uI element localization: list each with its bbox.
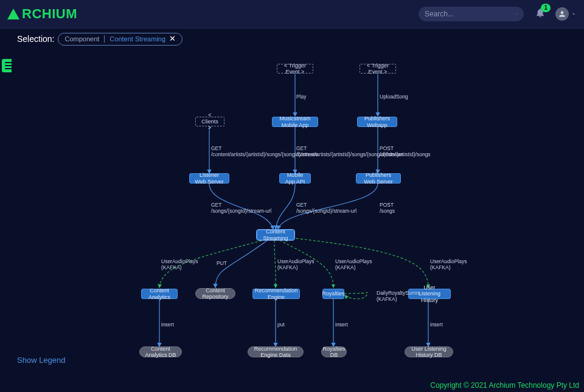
diagram-canvas[interactable]: < Trigger Event > < Trigger Event > < Cl… [12,49,584,371]
edge-label: UserAudioPlays (KAFKA) [430,258,467,270]
node-publishers-webapp[interactable]: Publishers Webapp [357,117,397,127]
notifications-badge: 1 [541,4,551,12]
node-user-listening-history-db[interactable]: User Listening History DB [405,346,453,357]
search-icon [516,10,518,18]
node-clients[interactable]: < Clients > [195,117,224,126]
edge-label: put [277,322,285,328]
show-legend-link[interactable]: Show Legend [17,356,66,365]
topbar: RCHIUM 1 [0,0,584,29]
edge-label: UserAudioPlays (KAFKA) [277,258,314,270]
chevron-down-icon[interactable] [571,11,577,17]
logo-triangle-icon [7,9,19,19]
edge-label: insert [161,322,174,328]
edge-label: Play [296,94,307,100]
node-mobile-app-api[interactable]: Mobile App API [279,173,311,184]
search-input[interactable] [425,10,516,18]
node-trigger-event-1[interactable]: < Trigger Event > [277,64,313,74]
edge-label: GET /songs/{songId}/stream-url [211,202,271,214]
edge-label: UserAudioPlays (KAFKA) [335,258,372,270]
edge-label: POST /songs [380,202,395,214]
node-content-analytics-db[interactable]: Content Analytics DB [139,346,182,357]
edge-label: UploadSong [380,94,408,100]
edge-label: PUT [217,260,227,266]
search-box[interactable] [419,7,524,21]
node-content-repository[interactable]: Content Repository [195,288,235,299]
logo[interactable]: RCHIUM [7,6,77,22]
close-icon[interactable]: ✕ [169,34,176,43]
edge-label: POST /artists/{artistId}/songs [380,145,431,157]
node-royalties[interactable]: Royalties [322,289,344,299]
selection-chip-name: Content Streaming [109,35,165,43]
selection-chip[interactable]: Component Content Streaming ✕ [58,33,182,46]
node-royalties-db[interactable]: Royalties DB [321,346,347,357]
selection-chip-type: Component [64,35,105,43]
notifications-button[interactable]: 1 [535,7,546,21]
node-musicstream-mobile-app[interactable]: Musicstream Mobile App [272,117,318,127]
node-recommendation-engine[interactable]: Recommendation Engine [252,289,300,299]
logo-text: RCHIUM [22,6,77,22]
node-content-streaming[interactable]: Content Streaming [257,230,294,240]
selection-label: Selection: [17,34,54,44]
node-content-analytics[interactable]: Content Analytics [141,289,178,299]
footer-copyright: Copyright © 2021 Archium Technology Pty … [430,381,579,390]
avatar[interactable] [555,7,569,21]
node-publishers-web-server[interactable]: Publishers Web Server [356,173,401,184]
edge-label: insert [430,322,443,328]
node-listener-web-server[interactable]: Listener Web Server [189,173,229,184]
selection-bar: Selection: Component Content Streaming ✕ [0,29,584,49]
edge-label: DailyRoyaltySumm (KAFKA) [377,290,420,302]
edge-label: UserAudioPlays (KAFKA) [161,258,198,270]
edge-label: insert [335,322,348,328]
footer: Copyright © 2021 Archium Technology Pty … [0,379,584,392]
edge-label: GET /songs/{songId}/stream-url [296,202,356,214]
user-icon [558,10,566,18]
node-trigger-event-2[interactable]: < Trigger Event > [360,64,396,74]
node-recommendation-engine-data[interactable]: Recommendation Engine Data [248,346,304,357]
